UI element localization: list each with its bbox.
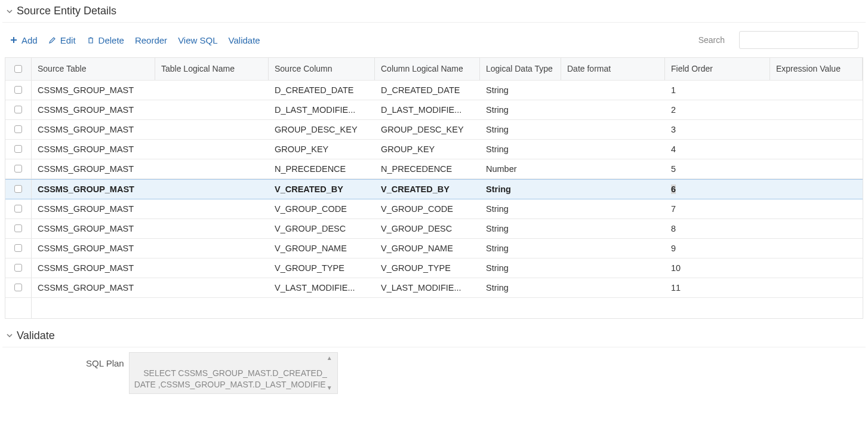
row-checkbox-cell[interactable] xyxy=(5,219,32,238)
toolbar: Add Edit Delete Reorder View SQL Validat… xyxy=(2,23,866,57)
cell: String xyxy=(480,120,561,139)
col-header[interactable]: Source Table xyxy=(32,58,155,80)
view-sql-label: View SQL xyxy=(178,35,217,45)
cell: V_GROUP_DESC xyxy=(375,219,480,238)
cell xyxy=(155,219,269,238)
row-checkbox-cell[interactable] xyxy=(5,278,32,297)
entity-grid: Source Table Table Logical Name Source C… xyxy=(5,57,863,319)
table-row[interactable]: CSSMS_GROUP_MASTGROUP_KEYGROUP_KEYString… xyxy=(5,140,863,159)
cell: CSSMS_GROUP_MAST xyxy=(32,180,155,199)
cell: GROUP_KEY xyxy=(375,140,480,159)
edit-button[interactable]: Edit xyxy=(48,35,76,45)
add-button[interactable]: Add xyxy=(10,35,38,45)
trash-icon xyxy=(87,36,95,44)
cell: GROUP_DESC_KEY xyxy=(375,120,480,139)
cell xyxy=(770,239,863,258)
cell: CSSMS_GROUP_MAST xyxy=(32,199,155,218)
edit-label: Edit xyxy=(60,35,76,45)
cell: V_GROUP_TYPE xyxy=(269,258,375,278)
cell: 3 xyxy=(665,120,770,139)
row-checkbox-cell[interactable] xyxy=(5,258,32,278)
table-row[interactable]: CSSMS_GROUP_MASTV_CREATED_BYV_CREATED_BY… xyxy=(5,179,863,199)
row-checkbox-cell[interactable] xyxy=(5,120,32,139)
table-row[interactable]: CSSMS_GROUP_MASTD_CREATED_DATED_CREATED_… xyxy=(5,81,863,100)
cell xyxy=(155,199,269,218)
reorder-label: Reorder xyxy=(135,35,167,45)
cell xyxy=(770,159,863,178)
blank-chk xyxy=(5,298,32,318)
row-checkbox-cell[interactable] xyxy=(5,239,32,258)
col-header[interactable]: Field Order xyxy=(665,58,770,80)
row-checkbox-cell[interactable] xyxy=(5,81,32,100)
table-row[interactable]: CSSMS_GROUP_MASTV_GROUP_TYPEV_GROUP_TYPE… xyxy=(5,258,863,278)
cell: CSSMS_GROUP_MAST xyxy=(32,100,155,119)
table-row[interactable]: CSSMS_GROUP_MASTGROUP_DESC_KEYGROUP_DESC… xyxy=(5,120,863,140)
cell xyxy=(770,278,863,297)
col-header[interactable]: Logical Data Type xyxy=(480,58,561,80)
view-sql-button[interactable]: View SQL xyxy=(178,35,217,45)
checkbox-icon xyxy=(14,106,22,113)
section-header[interactable]: Source Entity Details xyxy=(2,2,866,23)
checkbox-icon xyxy=(14,284,22,291)
cell: 10 xyxy=(665,258,770,278)
table-row[interactable]: CSSMS_GROUP_MASTV_GROUP_CODEV_GROUP_CODE… xyxy=(5,199,863,219)
cell: 4 xyxy=(665,140,770,159)
search-input[interactable] xyxy=(739,31,858,49)
cell: V_GROUP_NAME xyxy=(375,239,480,258)
col-header[interactable]: Table Logical Name xyxy=(155,58,269,80)
table-row[interactable]: CSSMS_GROUP_MASTN_PRECEDENCEN_PRECEDENCE… xyxy=(5,159,863,179)
sql-plan-text: SELECT CSSMS_GROUP_MAST.D_CREATED_DATE ,… xyxy=(134,368,327,389)
cell: String xyxy=(480,278,561,297)
blank-row xyxy=(5,298,863,318)
validate-section-header[interactable]: Validate xyxy=(2,327,866,347)
cell: V_CREATED_BY xyxy=(375,180,480,199)
cell: Number xyxy=(480,159,561,178)
row-checkbox-cell[interactable] xyxy=(5,100,32,119)
grid-body: CSSMS_GROUP_MASTD_CREATED_DATED_CREATED_… xyxy=(5,81,863,318)
col-header[interactable]: Column Logical Name xyxy=(375,58,480,80)
cell xyxy=(155,180,269,199)
table-row[interactable]: CSSMS_GROUP_MASTV_GROUP_NAMEV_GROUP_NAME… xyxy=(5,239,863,258)
grid-header-row: Source Table Table Logical Name Source C… xyxy=(5,58,863,81)
sql-plan-label: SQL Plan xyxy=(86,358,124,368)
cell: V_CREATED_BY xyxy=(269,180,375,199)
cell xyxy=(770,81,863,100)
row-checkbox-cell[interactable] xyxy=(5,159,32,178)
cell xyxy=(561,180,665,199)
validate-button[interactable]: Validate xyxy=(229,35,260,45)
row-checkbox-cell[interactable] xyxy=(5,140,32,159)
validate-label: Validate xyxy=(229,35,260,45)
col-header[interactable]: Expression Value xyxy=(770,58,863,80)
cell xyxy=(155,258,269,278)
cell: 8 xyxy=(665,219,770,238)
cell: String xyxy=(480,199,561,218)
cell: V_GROUP_CODE xyxy=(375,199,480,218)
row-checkbox-cell[interactable] xyxy=(5,180,32,199)
table-row[interactable]: CSSMS_GROUP_MASTV_GROUP_DESCV_GROUP_DESC… xyxy=(5,219,863,239)
checkbox-icon xyxy=(14,86,22,94)
caret-down-icon: ▼ xyxy=(327,384,335,392)
cell xyxy=(155,81,269,100)
cell xyxy=(561,258,665,278)
cell xyxy=(561,100,665,119)
reorder-button[interactable]: Reorder xyxy=(135,35,167,45)
checkbox-icon xyxy=(14,125,22,133)
sql-plan-box[interactable]: SELECT CSSMS_GROUP_MAST.D_CREATED_DATE ,… xyxy=(129,352,338,394)
cell xyxy=(770,258,863,278)
cell: V_GROUP_CODE xyxy=(269,199,375,218)
table-row[interactable]: CSSMS_GROUP_MASTD_LAST_MODIFIE...D_LAST_… xyxy=(5,100,863,120)
table-row[interactable]: CSSMS_GROUP_MASTV_LAST_MODIFIE...V_LAST_… xyxy=(5,278,863,298)
cell: V_LAST_MODIFIE... xyxy=(269,278,375,297)
row-checkbox-cell[interactable] xyxy=(5,199,32,218)
cell xyxy=(155,100,269,119)
col-header[interactable]: Date format xyxy=(561,58,665,80)
cell: D_LAST_MODIFIE... xyxy=(375,100,480,119)
section-title: Source Entity Details xyxy=(17,5,116,17)
header-checkbox-cell[interactable] xyxy=(5,58,32,80)
cell: String xyxy=(480,258,561,278)
spinner-arrows[interactable]: ▲ ▼ xyxy=(327,354,335,392)
delete-button[interactable]: Delete xyxy=(87,35,124,45)
col-header[interactable]: Source Column xyxy=(269,58,375,80)
cell: String xyxy=(480,100,561,119)
cell: CSSMS_GROUP_MAST xyxy=(32,120,155,139)
